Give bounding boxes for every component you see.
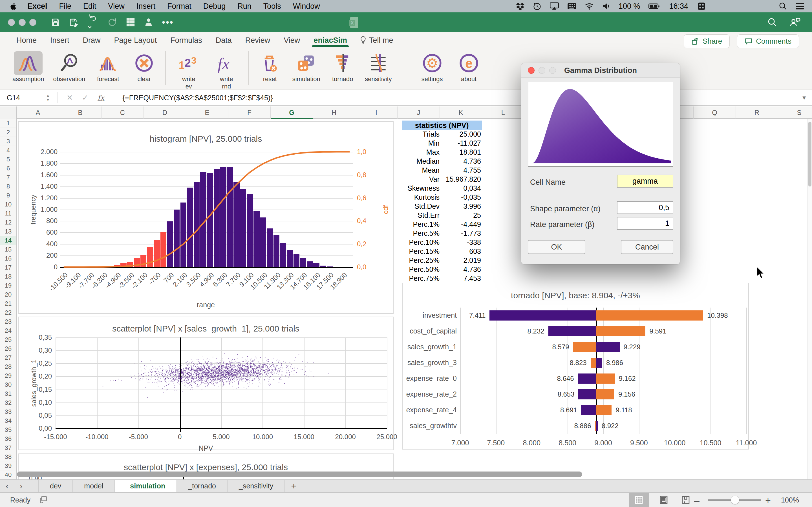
- row-header-35[interactable]: 35: [0, 425, 16, 434]
- row-header-2[interactable]: 2: [0, 128, 16, 137]
- row-header-26[interactable]: 26: [0, 344, 16, 353]
- histogram-chart[interactable]: histogram [NPV], 25.000 trials2.0001,01.…: [18, 121, 394, 314]
- row-header-37[interactable]: 37: [0, 443, 16, 452]
- zoom-out-icon[interactable]: –: [694, 495, 700, 506]
- row-header-7[interactable]: 7: [0, 173, 16, 182]
- confirm-entry-icon[interactable]: ✓: [78, 93, 93, 102]
- insert-function-icon[interactable]: fx: [93, 94, 109, 102]
- window-close-button[interactable]: [8, 19, 15, 26]
- column-header-H[interactable]: H: [313, 107, 355, 119]
- column-header-B[interactable]: B: [59, 107, 101, 119]
- menu-file[interactable]: File: [53, 0, 78, 12]
- ribbon-button-sensitivity[interactable]: sensitivity: [360, 48, 396, 83]
- person-icon[interactable]: [144, 17, 153, 27]
- ok-button[interactable]: OK: [528, 240, 585, 254]
- ribbon-button-reset[interactable]: reset: [252, 48, 288, 83]
- apple-menu-icon[interactable]: [0, 0, 21, 12]
- stats-row-perc25[interactable]: Perc.25%2.019: [395, 256, 481, 265]
- row-header-29[interactable]: 29: [0, 371, 16, 380]
- row-header-13[interactable]: 13: [0, 227, 16, 236]
- airplay-icon[interactable]: [546, 0, 563, 12]
- row-header-39[interactable]: 39: [0, 461, 16, 470]
- sheet-tabs-prev-icon[interactable]: ‹: [0, 480, 14, 492]
- spotlight-icon[interactable]: [774, 0, 792, 12]
- more-toolbar-icon[interactable]: •••: [162, 17, 174, 28]
- volume-icon[interactable]: [598, 0, 614, 12]
- tab-page-layout[interactable]: Page Layout: [107, 32, 164, 48]
- row-header-8[interactable]: 8: [0, 182, 16, 191]
- wifi-icon[interactable]: [580, 0, 598, 12]
- row-header-10[interactable]: 10: [0, 200, 16, 209]
- sheet-tab-model[interactable]: model: [73, 480, 115, 492]
- ribbon-button-forecast[interactable]: forecast: [90, 48, 126, 83]
- row-header-22[interactable]: 22: [0, 308, 16, 317]
- row-header-28[interactable]: 28: [0, 362, 16, 371]
- stats-row-max[interactable]: Max18.801: [395, 148, 481, 157]
- stats-row-median[interactable]: Median4.736: [395, 157, 481, 166]
- row-header-9[interactable]: 9: [0, 191, 16, 200]
- row-header-1[interactable]: 1: [0, 119, 16, 128]
- row-header-4[interactable]: 4: [0, 146, 16, 155]
- stats-row-perc15[interactable]: Perc.15%603: [395, 247, 481, 256]
- row-header-18[interactable]: 18: [0, 272, 16, 281]
- column-header-I[interactable]: I: [355, 107, 398, 119]
- column-header-Q[interactable]: Q: [694, 107, 736, 119]
- menu-debug[interactable]: Debug: [197, 0, 232, 12]
- ribbon-button-assumption[interactable]: assumption: [8, 48, 49, 83]
- stats-row-stddev[interactable]: Std.Dev3.996: [395, 202, 481, 211]
- cell-name-input[interactable]: [617, 175, 673, 187]
- row-header-31[interactable]: 31: [0, 389, 16, 398]
- row-header-32[interactable]: 32: [0, 398, 16, 407]
- window-minimize-button[interactable]: [18, 19, 26, 26]
- vertical-scrollbar[interactable]: [808, 119, 812, 480]
- redo-icon[interactable]: [107, 17, 117, 27]
- row-header-40[interactable]: 40: [0, 470, 16, 480]
- stats-row-var[interactable]: Var15.967.820: [395, 175, 481, 184]
- stats-row-kurtosis[interactable]: Kurtosis-0,035: [395, 193, 481, 202]
- row-header-6[interactable]: 6: [0, 164, 16, 173]
- gamma-distribution-dialog[interactable]: Gamma Distribution Cell Name Shape param…: [521, 63, 680, 264]
- row-header-15[interactable]: 15: [0, 245, 16, 254]
- dropbox-icon[interactable]: [512, 0, 529, 12]
- scatterplot-chart[interactable]: scatterplot [NPV] x [sales_growth_1], 25…: [18, 317, 394, 450]
- column-header-E[interactable]: E: [186, 107, 229, 119]
- time-machine-icon[interactable]: [529, 0, 546, 12]
- column-header-D[interactable]: D: [144, 107, 186, 119]
- column-header-K[interactable]: K: [440, 107, 482, 119]
- sheet-tabs-next-icon[interactable]: ›: [14, 480, 28, 492]
- menu-tools[interactable]: Tools: [257, 0, 287, 12]
- row-header-11[interactable]: 11: [0, 209, 16, 218]
- normal-view-icon[interactable]: [629, 493, 649, 507]
- sheet-tab-tornado[interactable]: _tornado: [177, 480, 227, 492]
- column-header-F[interactable]: F: [229, 107, 271, 119]
- stats-row-perc50[interactable]: Perc.50%4.736: [395, 265, 481, 274]
- tornado-chart[interactable]: tornado [NPV], base: 8.904, -/+3%7.0007.…: [402, 283, 749, 450]
- page-layout-view-icon[interactable]: [654, 493, 674, 507]
- row-header-23[interactable]: 23: [0, 317, 16, 326]
- share-button[interactable]: Share: [684, 34, 730, 48]
- save-as-icon[interactable]: [69, 17, 79, 27]
- ribbon-button-clear[interactable]: clear: [126, 48, 162, 83]
- stats-row-perc75[interactable]: Perc.75%7.453: [395, 274, 481, 283]
- stats-row-mean[interactable]: Mean4.755: [395, 166, 481, 175]
- tab-data[interactable]: Data: [209, 32, 239, 48]
- column-header-J[interactable]: J: [398, 107, 440, 119]
- column-header-L[interactable]: L: [482, 107, 524, 119]
- ribbon-button-settings[interactable]: ⚙settings: [414, 48, 451, 83]
- add-sheet-button[interactable]: +: [285, 480, 303, 492]
- ribbon-button-write-ev[interactable]: 123writeev: [169, 48, 208, 90]
- zoom-slider-thumb[interactable]: [731, 496, 739, 504]
- battery-icon[interactable]: [644, 0, 664, 12]
- row-header-27[interactable]: 27: [0, 353, 16, 362]
- table-icon[interactable]: [126, 17, 135, 27]
- horizontal-scrollbar[interactable]: [17, 471, 582, 477]
- keyboard-icon[interactable]: [563, 0, 580, 12]
- input-source-icon[interactable]: [693, 0, 710, 12]
- row-header-20[interactable]: 20: [0, 290, 16, 299]
- row-header-12[interactable]: 12: [0, 218, 16, 227]
- stats-row-perc1[interactable]: Perc.1%-4.449: [395, 220, 481, 229]
- row-header-38[interactable]: 38: [0, 452, 16, 461]
- zoom-level[interactable]: 100%: [781, 496, 799, 504]
- row-header-17[interactable]: 17: [0, 263, 16, 272]
- formula-bar-expand-icon[interactable]: ▼: [801, 95, 807, 101]
